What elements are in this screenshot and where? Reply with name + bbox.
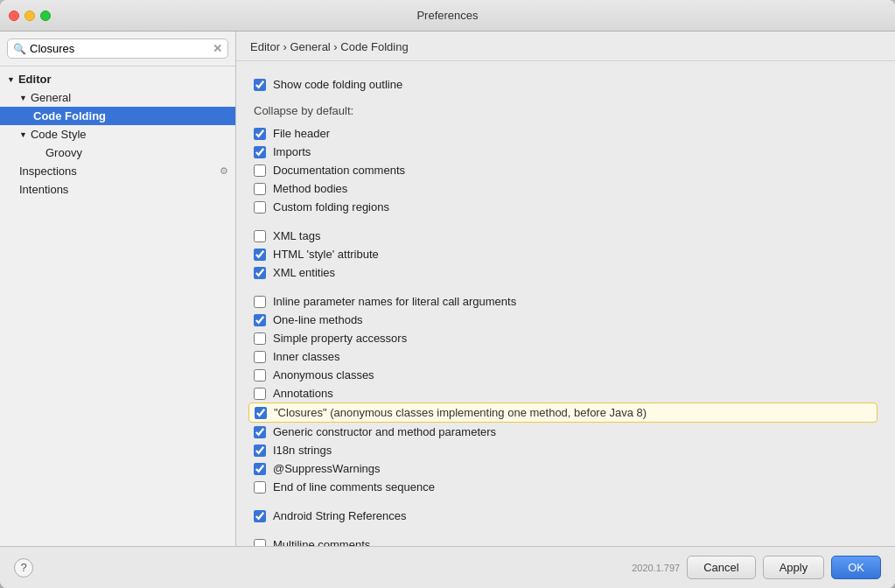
checkbox-xml-entities[interactable] <box>254 267 266 279</box>
checkbox-doc-comments[interactable] <box>254 164 266 177</box>
search-wrap: 🔍 ✕ <box>7 38 228 59</box>
label-closures: "Closures" (anonymous classes implementi… <box>274 406 647 419</box>
label-android-string: Android String References <box>273 509 406 522</box>
label-suppress-warnings: @SuppressWarnings <box>273 462 381 475</box>
option-generic-constructor[interactable]: Generic constructor and method parameter… <box>254 423 878 441</box>
option-inline-params[interactable]: Inline parameter names for literal call … <box>254 292 878 311</box>
option-inner-classes[interactable]: Inner classes <box>254 347 878 366</box>
option-end-of-line[interactable]: End of line comments sequence <box>254 478 878 496</box>
triangle-general: ▼ <box>19 94 27 102</box>
triangle-code-style: ▼ <box>19 130 27 139</box>
ok-button[interactable]: OK <box>831 556 881 579</box>
sidebar-item-editor[interactable]: ▼ Editor <box>0 70 235 88</box>
option-suppress-warnings[interactable]: @SuppressWarnings <box>254 459 878 478</box>
checkbox-multiline[interactable] <box>254 539 266 547</box>
content-area: 🔍 ✕ ▼ Editor ▼ General Code Foldi <box>0 32 895 546</box>
label-xml-tags: XML tags <box>273 229 320 242</box>
triangle-editor: ▼ <box>7 75 15 84</box>
label-multiline: Multiline comments <box>273 538 370 546</box>
checkbox-imports[interactable] <box>254 146 266 158</box>
preferences-window: Preferences 🔍 ✕ ▼ Editor ▼ <box>0 0 895 588</box>
option-annotations[interactable]: Annotations <box>254 384 878 402</box>
window-controls <box>9 10 51 21</box>
sidebar-item-groovy[interactable]: Groovy <box>0 144 235 162</box>
search-bar: 🔍 ✕ <box>0 32 235 66</box>
checkbox-inner-classes[interactable] <box>254 351 266 363</box>
options-panel: Show code folding outline Collapse by de… <box>236 61 895 546</box>
label-html-style: HTML 'style' attribute <box>273 248 379 261</box>
apply-button[interactable]: Apply <box>763 556 825 579</box>
label-i18n: I18n strings <box>273 444 332 457</box>
label-inline-params: Inline parameter names for literal call … <box>273 295 516 308</box>
checkbox-end-of-line[interactable] <box>254 481 266 494</box>
label-doc-comments: Documentation comments <box>273 164 405 177</box>
cancel-button[interactable]: Cancel <box>687 556 755 579</box>
label-end-of-line: End of line comments sequence <box>273 480 435 494</box>
checkbox-show-outline[interactable] <box>254 79 266 91</box>
option-android-string[interactable]: Android String References <box>254 507 878 525</box>
option-closures[interactable]: "Closures" (anonymous classes implementi… <box>248 402 878 423</box>
option-anonymous-classes[interactable]: Anonymous classes <box>254 366 878 384</box>
sidebar: 🔍 ✕ ▼ Editor ▼ General Code Foldi <box>0 32 236 546</box>
checkbox-generic-constructor[interactable] <box>254 426 266 438</box>
option-show-outline[interactable]: Show code folding outline <box>254 75 878 94</box>
inspections-icon: ⚙ <box>220 165 228 177</box>
bottom-bar: ? 2020.1.797 Cancel Apply OK <box>0 546 895 588</box>
sidebar-label-code-folding: Code Folding <box>33 109 106 122</box>
option-one-line[interactable]: One-line methods <box>254 311 878 329</box>
checkbox-closures[interactable] <box>255 407 267 419</box>
label-annotations: Annotations <box>273 387 333 400</box>
option-xml-tags[interactable]: XML tags <box>254 227 878 245</box>
clear-icon[interactable]: ✕ <box>213 42 222 55</box>
sidebar-item-inspections[interactable]: Inspections ⚙ <box>0 162 235 180</box>
sidebar-item-code-folding[interactable]: Code Folding <box>0 107 235 125</box>
checkbox-annotations[interactable] <box>254 388 266 400</box>
checkbox-inline-params[interactable] <box>254 296 266 308</box>
sidebar-label-inspections: Inspections <box>19 164 77 178</box>
maximize-button[interactable] <box>40 10 51 21</box>
label-generic-constructor: Generic constructor and method parameter… <box>273 425 496 438</box>
checkbox-file-header[interactable] <box>254 128 266 140</box>
option-method-bodies[interactable]: Method bodies <box>254 179 878 198</box>
search-input[interactable] <box>30 42 209 55</box>
checkbox-simple-accessors[interactable] <box>254 332 266 345</box>
sidebar-label-code-style: Code Style <box>31 128 87 141</box>
option-file-header[interactable]: File header <box>254 124 878 143</box>
option-doc-comments[interactable]: Documentation comments <box>254 161 878 179</box>
checkbox-suppress-warnings[interactable] <box>254 463 266 475</box>
sidebar-item-code-style[interactable]: ▼ Code Style <box>0 125 235 144</box>
label-method-bodies: Method bodies <box>273 182 347 195</box>
help-button[interactable]: ? <box>14 558 33 578</box>
option-multiline[interactable]: Multiline comments <box>254 536 878 546</box>
label-file-header: File header <box>273 127 330 140</box>
tree: ▼ Editor ▼ General Code Folding ▼ Code S… <box>0 66 235 546</box>
sidebar-label-groovy: Groovy <box>45 146 82 159</box>
checkbox-custom-folding[interactable] <box>254 201 266 214</box>
window-title: Preferences <box>416 9 478 22</box>
checkbox-android-string[interactable] <box>254 510 266 522</box>
checkbox-html-style[interactable] <box>254 248 266 261</box>
option-imports[interactable]: Imports <box>254 143 878 161</box>
option-simple-accessors[interactable]: Simple property accessors <box>254 329 878 347</box>
label-anonymous-classes: Anonymous classes <box>273 368 374 382</box>
checkbox-i18n[interactable] <box>254 444 266 457</box>
checkbox-xml-tags[interactable] <box>254 230 266 242</box>
sidebar-item-intentions[interactable]: Intentions <box>0 180 235 199</box>
option-custom-folding[interactable]: Custom folding regions <box>254 198 878 216</box>
collapse-header: Collapse by default: <box>254 104 878 117</box>
main-panel: Editor › General › Code Folding Show cod… <box>236 32 895 546</box>
label-xml-entities: XML entities <box>273 266 335 279</box>
checkbox-method-bodies[interactable] <box>254 183 266 195</box>
option-html-style[interactable]: HTML 'style' attribute <box>254 245 878 263</box>
sidebar-item-general[interactable]: ▼ General <box>0 88 235 107</box>
sidebar-label-editor: Editor <box>18 73 52 86</box>
close-button[interactable] <box>9 10 19 21</box>
checkbox-anonymous-classes[interactable] <box>254 369 266 382</box>
option-xml-entities[interactable]: XML entities <box>254 263 878 282</box>
search-icon: 🔍 <box>13 43 26 55</box>
checkbox-one-line[interactable] <box>254 314 266 326</box>
label-one-line: One-line methods <box>273 313 363 326</box>
option-i18n[interactable]: I18n strings <box>254 441 878 459</box>
sidebar-label-general: General <box>31 91 71 104</box>
minimize-button[interactable] <box>24 10 35 21</box>
